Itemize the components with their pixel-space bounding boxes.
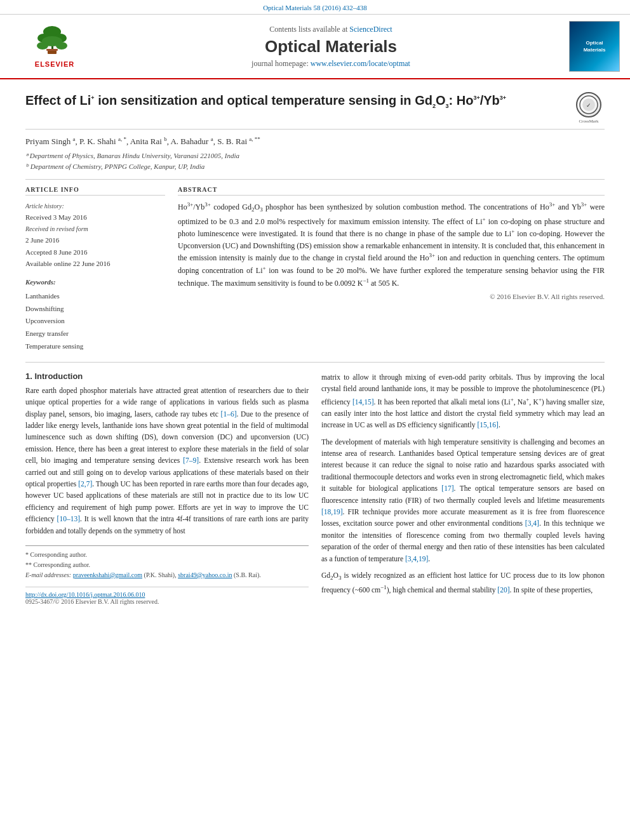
svg-rect-8	[46, 49, 58, 51]
footnotes: * Corresponding author. ** Corresponding…	[25, 545, 309, 580]
elsevier-logo	[20, 25, 90, 60]
journal-cover: Optical Materials	[563, 21, 620, 72]
article-title: Effect of Li+ ion sensitization and opti…	[25, 92, 573, 110]
footnote-1: * Corresponding author.	[25, 550, 309, 560]
body-left-column: 1. Introduction Rare earth doped phospho…	[25, 371, 309, 605]
copyright-line: © 2016 Elsevier B.V. All rights reserved…	[178, 293, 605, 300]
abstract-column: ABSTRACT Ho3+/Yb3+ codoped Gd2O3 phospho…	[178, 186, 605, 353]
available-online: Available online 22 June 2016	[25, 258, 165, 270]
footnote-2: ** Corresponding author.	[25, 560, 309, 570]
accepted-date: Accepted 8 June 2016	[25, 246, 165, 258]
body-right-column: matrix to allow it through mixing of eve…	[321, 371, 605, 605]
sciencedirect-link[interactable]: ScienceDirect	[349, 25, 392, 34]
journal-name: Optical Materials	[105, 37, 556, 57]
affiliation-b: ᵇ Department of Chemistry, PPNPG College…	[25, 161, 605, 172]
right-paragraph-2: The development of materials with high t…	[321, 436, 605, 564]
section-divider	[25, 362, 605, 363]
article-history: Article history: Received 3 May 2016 Rec…	[25, 201, 165, 270]
crossmark-badge: ✓ CrossMark	[573, 92, 605, 124]
article-info-column: ARTICLE INFO Article history: Received 3…	[25, 186, 165, 353]
journal-title-area: Contents lists available at ScienceDirec…	[105, 25, 556, 69]
article-content: Effect of Li+ ion sensitization and opti…	[0, 79, 630, 618]
affiliation-a: ᵃ Department of Physics, Banaras Hindu U…	[25, 150, 605, 161]
journal-cover-image: Optical Materials	[569, 21, 620, 72]
elsevier-wordmark: ELSEVIER	[35, 60, 74, 68]
contents-available-line: Contents lists available at ScienceDirec…	[105, 25, 556, 34]
homepage-line: journal homepage: www.elsevier.com/locat…	[105, 59, 556, 69]
authors-line: Priyam Singh a, P. K. Shahi a, *, Anita …	[25, 136, 605, 147]
svg-point-6	[56, 42, 67, 50]
journal-header: ELSEVIER Contents lists available at Sci…	[0, 15, 630, 79]
intro-section-title: 1. Introduction	[25, 371, 309, 381]
svg-text:✓: ✓	[586, 102, 591, 109]
abstract-label: ABSTRACT	[178, 186, 605, 196]
title-section: Effect of Li+ ion sensitization and opti…	[25, 92, 605, 130]
abstract-text: Ho3+/Yb3+ codoped Gd2O3 phosphor has bee…	[178, 201, 605, 289]
intro-paragraph-1: Rare earth doped phosphor materials have…	[25, 385, 309, 537]
homepage-link[interactable]: www.elsevier.com/locate/optmat	[311, 59, 410, 68]
received-revised-date: 2 June 2016	[25, 234, 165, 246]
keywords-section: Keywords: Lanthanides Downshifting Upcon…	[25, 276, 165, 353]
received-date: Received 3 May 2016	[25, 211, 165, 223]
journal-citation: Optical Materials 58 (2016) 432–438	[0, 0, 630, 15]
body-content: 1. Introduction Rare earth doped phospho…	[25, 371, 605, 605]
keywords-label: Keywords:	[25, 276, 165, 289]
citation-text: Optical Materials 58 (2016) 432–438	[263, 4, 367, 11]
history-label: Article history:	[25, 201, 165, 211]
keyword-2: Downshifting	[25, 303, 165, 316]
keyword-5: Temperature sensing	[25, 340, 165, 353]
article-info-label: ARTICLE INFO	[25, 186, 165, 196]
elsevier-logo-area: ELSEVIER	[10, 25, 99, 68]
footnote-email: E-mail addresses: praveenkshahi@gmail.co…	[25, 570, 309, 580]
keyword-1: Lanthanides	[25, 290, 165, 303]
svg-point-5	[37, 42, 48, 50]
keyword-3: Upconversion	[25, 315, 165, 328]
info-abstract-section: ARTICLE INFO Article history: Received 3…	[25, 179, 605, 353]
affiliations: ᵃ Department of Physics, Banaras Hindu U…	[25, 150, 605, 171]
doi-link: http://dx.doi.org/10.1016/j.optmat.2016.…	[25, 591, 309, 598]
crossmark-label: CrossMark	[579, 119, 598, 124]
doi-section: http://dx.doi.org/10.1016/j.optmat.2016.…	[25, 587, 309, 605]
page: Optical Materials 58 (2016) 432–438	[0, 0, 630, 840]
right-paragraph-1: matrix to allow it through mixing of eve…	[321, 371, 605, 431]
right-paragraph-3: Gd2O3 is widely recognized as an efficie…	[321, 570, 605, 596]
issn-text: 0925-3467/© 2016 Elsevier B.V. All right…	[25, 598, 309, 605]
crossmark-icon: ✓	[576, 92, 601, 117]
keyword-4: Energy transfer	[25, 328, 165, 340]
received-revised-label: Received in revised form	[25, 223, 165, 234]
